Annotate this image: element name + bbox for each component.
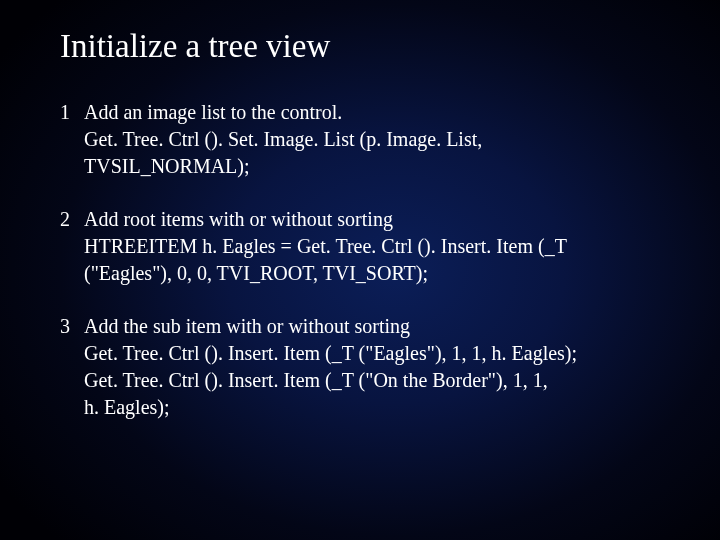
item-number: 2: [60, 206, 84, 233]
item-line: h. Eagles);: [84, 394, 660, 421]
item-line: ("Eagles"), 0, 0, TVI_ROOT, TVI_SORT);: [84, 260, 660, 287]
item-line: Get. Tree. Ctrl (). Insert. Item (_T ("E…: [84, 340, 660, 367]
item-line: TVSIL_NORMAL);: [84, 153, 660, 180]
list-item: 2 Add root items with or without sorting…: [60, 206, 660, 287]
slide: Initialize a tree view 1 Add an image li…: [0, 0, 720, 540]
item-line: Get. Tree. Ctrl (). Set. Image. List (p.…: [84, 126, 660, 153]
list-item: 1 Add an image list to the control. Get.…: [60, 99, 660, 180]
slide-title: Initialize a tree view: [60, 28, 660, 65]
item-number: 1: [60, 99, 84, 126]
item-lead: Add the sub item with or without sorting: [84, 313, 660, 340]
item-lead: Add root items with or without sorting: [84, 206, 660, 233]
item-line: HTREEITEM h. Eagles = Get. Tree. Ctrl ()…: [84, 233, 660, 260]
list-item: 3 Add the sub item with or without sorti…: [60, 313, 660, 421]
item-line: Get. Tree. Ctrl (). Insert. Item (_T ("O…: [84, 367, 660, 394]
item-lead: Add an image list to the control.: [84, 99, 660, 126]
item-number: 3: [60, 313, 84, 340]
